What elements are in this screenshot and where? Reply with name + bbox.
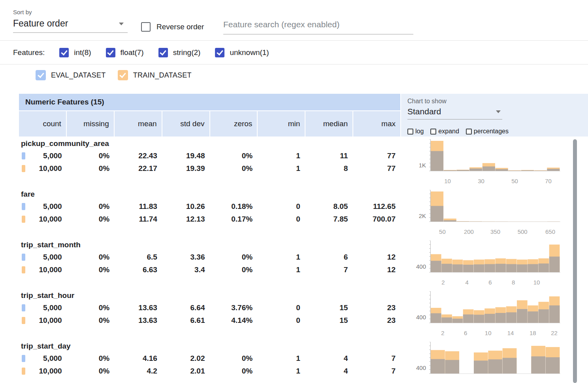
stat-cell: 11.83 [114,200,162,213]
stat-cell: 0% [67,162,115,175]
feature-histogram: 4002610141822 [407,291,566,339]
expand-label: expand [438,128,459,135]
col-header-count: count [19,111,66,137]
col-header-std-dev: std dev [162,111,209,137]
feature-search-input[interactable] [223,19,413,34]
checkbox-icon[interactable] [466,129,472,135]
col-header-median: median [305,111,352,137]
checkbox-checked-icon[interactable] [59,48,69,57]
stat-cell: 23 [352,301,400,314]
stat-cell: 10,000 [19,162,67,175]
filter-int-checkbox[interactable]: int(8) [59,48,91,57]
feature-name: fare [19,188,400,200]
histogram-svg: 246810 [429,241,562,287]
stat-cell: 4.16 [114,352,162,365]
stat-cell: 22.17 [114,162,162,175]
stat-cell: 12 [352,251,400,264]
checkbox-checked-icon[interactable] [215,48,224,57]
feature-block: pickup_community_area5,0000%22.4319.480%… [19,138,400,175]
chart-y-axis-label: 400 [407,364,426,371]
stat-cell: 6.63 [114,264,162,276]
chart-list: 1K103050702K5020035050065040024681040026… [407,138,566,383]
chart-controls-panel: Chart to show Standard log expand percen… [401,94,588,137]
stat-cell: 0% [210,352,258,365]
eval-checkbox-icon[interactable] [36,70,46,80]
chart-x-tick-label: 30 [478,178,484,184]
stat-cell: 7 [305,264,353,276]
eval-color-chip [22,304,25,311]
filter-string-checkbox[interactable]: string(2) [158,48,201,57]
checkbox-checked-icon[interactable] [158,48,168,57]
dataset-legend-row: EVAL_DATASET TRAIN_DATASET [36,65,192,85]
chart-x-tick-label: 10 [485,330,492,336]
stat-cell: 1 [257,251,305,264]
eval-stats-row: 5,0000%4.162.020%147 [19,352,400,365]
feature-block: trip_start_hour5,0000%13.636.643.76%0152… [19,290,400,327]
stat-cell: 5,000 [19,301,67,314]
checkbox-icon[interactable] [407,129,413,135]
col-header-missing: missing [67,111,114,137]
checkbox-checked-icon[interactable] [106,48,115,57]
log-toggle[interactable]: log [407,128,424,135]
chart-to-show-label: Chart to show [407,98,588,105]
chart-x-tick-label: 2 [441,330,444,336]
chart-x-tick-label: 8 [512,279,515,286]
eval-color-chip [22,254,25,261]
col-header-min: min [258,111,305,137]
eval-dataset-toggle[interactable]: EVAL_DATASET [36,70,106,80]
feature-list: pickup_community_area5,0000%22.4319.480%… [19,138,400,383]
stat-cell: 15 [305,301,353,314]
col-header-mean: mean [115,111,162,137]
stat-cell: 15 [305,314,353,327]
feature-block: fare5,0000%11.8310.260.18%08.05112.6510,… [19,188,400,226]
sort-by-value: Feature order [13,18,68,28]
chart-x-tick-label: 350 [490,228,500,235]
stat-cell: 6.5 [114,251,162,264]
train-color-chip [22,368,25,375]
filter-float-checkbox[interactable]: float(7) [106,48,144,57]
chart-type-select[interactable]: Standard [407,105,502,119]
stat-cell: 12.13 [162,213,210,226]
stat-cell: 0% [210,365,258,377]
train-stats-row: 10,0000%6.633.40%1712 [19,264,400,276]
train-dataset-label: TRAIN_DATASET [133,71,192,80]
feature-histogram: 400246810 [407,241,566,288]
stat-cell: 11.74 [114,213,162,226]
chart-x-tick-label: 14 [507,330,514,336]
checkbox-icon[interactable] [141,22,151,32]
stat-cell: 2.01 [162,365,210,377]
checkbox-icon[interactable] [430,129,436,135]
numeric-features-title: Numeric Features (15) [19,94,400,110]
train-dataset-toggle[interactable]: TRAIN_DATASET [118,70,192,80]
reverse-order-checkbox[interactable]: Reverse order [141,22,204,32]
expand-toggle[interactable]: expand [430,128,459,135]
chart-x-tick-label: 200 [464,228,474,235]
stat-cell: 4.14% [210,314,258,327]
stat-cell: 0 [257,314,305,327]
stat-cell: 700.07 [352,213,400,226]
filter-unknown-checkbox[interactable]: unknown(1) [215,48,269,57]
stat-cell: 5,000 [19,352,67,365]
stat-cell: 19.39 [162,162,210,175]
top-toolbar: Sort by Feature order Reverse order [0,0,588,41]
eval-stats-row: 5,0000%22.4319.480%11177 [19,150,400,162]
stat-cell: 5,000 [19,150,67,162]
stat-cell: 0 [257,301,305,314]
chart-x-tick-label: 650 [545,228,555,235]
stat-cell: 8 [305,162,353,175]
feature-name: trip_start_day [19,340,400,352]
train-color-chip [22,317,25,324]
percentages-toggle[interactable]: percentages [466,128,509,135]
eval-stats-row: 5,0000%11.8310.260.18%08.05112.65 [19,200,400,213]
stat-cell: 0 [257,200,305,213]
train-checkbox-icon[interactable] [118,70,128,80]
eval-stats-row: 5,0000%6.53.360%1612 [19,251,400,264]
eval-color-chip [22,355,25,362]
chevron-down-icon [119,23,124,25]
train-stats-row: 10,0000%13.636.614.14%01523 [19,314,400,327]
chevron-down-icon [496,110,501,113]
filter-float-label: float(7) [121,48,144,57]
vertical-scrollbar[interactable] [573,139,577,383]
sort-by-select[interactable]: Feature order [13,15,128,33]
feature-name: pickup_community_area [19,138,400,150]
